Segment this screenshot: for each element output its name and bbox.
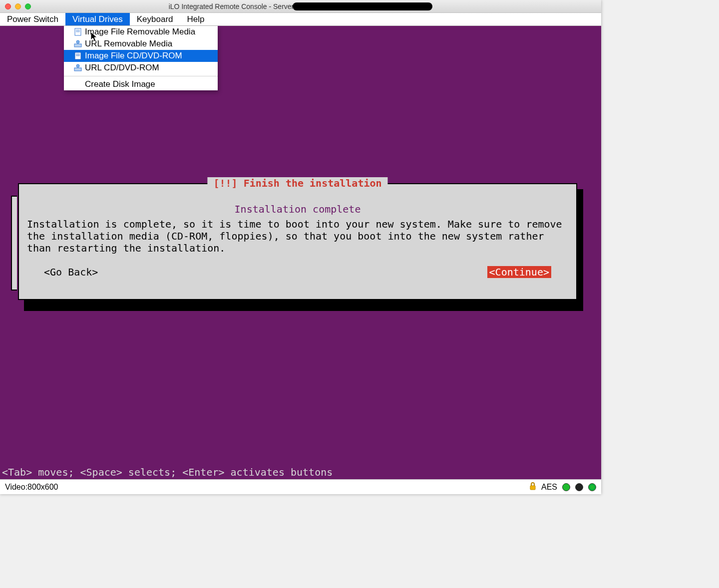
svg-point-4	[76, 40, 79, 43]
dialog-left-ridge	[11, 196, 17, 291]
svg-rect-6	[76, 54, 80, 54]
dropdown-label: Image File Removable Media	[85, 27, 195, 37]
status-right-group: AES	[529, 482, 596, 492]
menu-keyboard[interactable]: Keyboard	[130, 13, 180, 25]
minimize-window-button[interactable]	[15, 3, 21, 9]
app-window: iLO Integrated Remote Console - Server P…	[0, 0, 601, 494]
dialog-body-text: Installation is complete, so it is time …	[27, 218, 568, 254]
menu-help[interactable]: Help	[180, 13, 212, 25]
window-title: iLO Integrated Remote Console - Server	[0, 2, 601, 10]
dropdown-item-create-disk-image[interactable]: Create Disk Image	[64, 78, 218, 90]
remote-console-viewport[interactable]: [!!] Finish the installation Installatio…	[0, 26, 601, 479]
lock-icon	[529, 482, 536, 492]
menu-virtual-drives[interactable]: Virtual Drives	[65, 13, 130, 25]
dropdown-item-image-cdrom[interactable]: Image File CD/DVD-ROM	[64, 50, 218, 62]
network-drive-icon	[74, 40, 82, 48]
svg-rect-1	[76, 30, 80, 30]
svg-rect-8	[74, 68, 81, 71]
menu-label: Power Switch	[7, 14, 58, 24]
dialog-heading: Installation complete	[27, 203, 568, 215]
menu-power-switch[interactable]: Power Switch	[0, 13, 65, 25]
menu-label: Help	[187, 14, 205, 24]
svg-rect-3	[74, 44, 81, 47]
dropdown-label: Create Disk Image	[85, 79, 155, 89]
dropdown-label: URL Removable Media	[85, 39, 172, 49]
installer-dialog: [!!] Finish the installation Installatio…	[18, 183, 582, 308]
zoom-window-button[interactable]	[25, 3, 31, 9]
svg-point-9	[76, 64, 79, 67]
dialog-button-row: <Go Back> <Continue>	[27, 266, 568, 278]
status-led-1	[562, 483, 570, 491]
dropdown-item-image-removable[interactable]: Image File Removable Media	[64, 26, 218, 38]
file-icon	[74, 52, 82, 60]
dropdown-item-url-cdrom[interactable]: URL CD/DVD-ROM	[64, 62, 218, 74]
svg-rect-2	[76, 31, 80, 32]
status-led-2	[575, 483, 583, 491]
menu-label: Virtual Drives	[72, 14, 123, 24]
dropdown-item-url-removable[interactable]: URL Removable Media	[64, 38, 218, 50]
encryption-label: AES	[541, 483, 557, 492]
dropdown-separator	[64, 76, 218, 76]
continue-button[interactable]: <Continue>	[487, 266, 551, 278]
keyboard-hint-text: <Tab> moves; <Space> selects; <Enter> ac…	[2, 466, 333, 478]
close-window-button[interactable]	[5, 3, 11, 9]
video-mode-label: Video:800x600	[5, 483, 58, 492]
svg-rect-10	[530, 486, 535, 490]
dialog-frame-title: [!!] Finish the installation	[207, 177, 387, 189]
dialog-box: [!!] Finish the installation Installatio…	[18, 183, 577, 300]
virtual-drives-dropdown: Image File Removable Media URL Removable…	[64, 26, 218, 90]
power-led-icon[interactable]	[588, 483, 596, 491]
dropdown-label: Image File CD/DVD-ROM	[85, 51, 182, 61]
file-icon	[74, 28, 82, 36]
blank-icon	[74, 80, 82, 88]
network-drive-icon	[74, 64, 82, 72]
titlebar: iLO Integrated Remote Console - Server	[0, 0, 601, 13]
dropdown-label: URL CD/DVD-ROM	[85, 63, 159, 73]
svg-rect-7	[76, 55, 80, 56]
menubar: Power Switch Virtual Drives Keyboard Hel…	[0, 13, 601, 26]
menu-label: Keyboard	[137, 14, 173, 24]
window-controls	[0, 3, 31, 9]
status-bar: Video:800x600 AES	[0, 479, 601, 494]
go-back-button[interactable]: <Go Back>	[44, 266, 98, 278]
redacted-hostname	[293, 2, 432, 10]
window-title-text: iLO Integrated Remote Console - Server	[169, 2, 294, 10]
